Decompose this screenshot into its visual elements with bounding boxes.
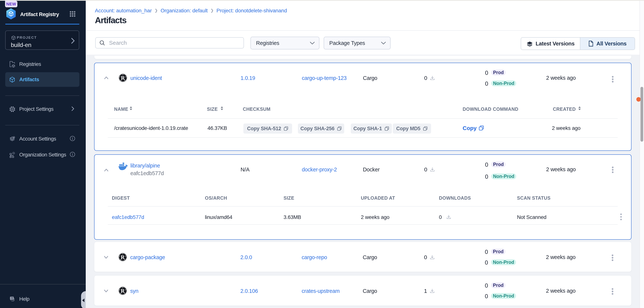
svg-text:?: ? (11, 297, 13, 300)
